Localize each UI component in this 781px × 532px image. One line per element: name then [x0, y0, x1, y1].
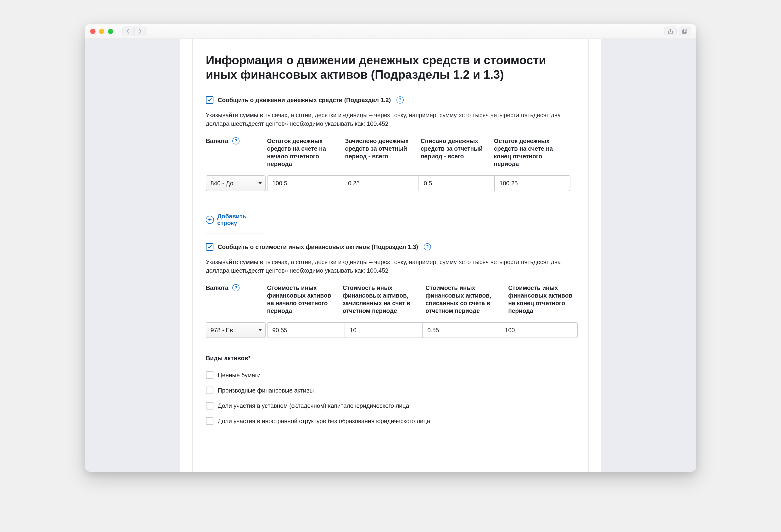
- nav-buttons: [122, 27, 146, 36]
- asset-checkbox-3[interactable]: [206, 417, 213, 425]
- page-title: Информация о движении денежных средств и…: [206, 53, 575, 82]
- check-icon: [207, 245, 212, 249]
- help-icon[interactable]: ?: [397, 96, 404, 103]
- assets-label: Виды активов*: [206, 355, 575, 362]
- section13-row: 978 - Ев… 90.55 10 0.55 100: [206, 322, 575, 338]
- section12-values: 100.5 0.25 0.5 100.25: [267, 175, 570, 191]
- currency-select-2[interactable]: 978 - Ев…: [206, 322, 265, 338]
- browser-window: Информация о движении денежных средств и…: [85, 24, 696, 472]
- col-assets-close: Стоимость иных финансовых активов на кон…: [508, 284, 578, 315]
- asset-row-2: Доли участия в уставном (складочном) кап…: [206, 398, 575, 413]
- asset-checkbox-1[interactable]: [206, 387, 213, 394]
- asset-row-1: Производные финансовые активы: [206, 383, 575, 398]
- window-controls: [90, 29, 113, 34]
- currency-select[interactable]: 840 - До…: [206, 175, 265, 191]
- assets-out-input[interactable]: 0.55: [422, 323, 500, 338]
- col-currency: Валюта ?: [206, 137, 265, 145]
- help-icon[interactable]: ?: [424, 243, 431, 251]
- section13-checkbox[interactable]: [206, 243, 213, 251]
- section13-hint: Указывайте суммы в тысячах, а сотни, дес…: [206, 258, 575, 275]
- browser-toolbar: [85, 24, 696, 39]
- asset-label-0: Ценные бумаги: [218, 372, 260, 379]
- col-assets-out: Стоимость иных финансовых активов, списа…: [425, 284, 507, 315]
- col-debited: Списано денежных средств за отчетный пер…: [421, 137, 492, 160]
- chevron-left-icon: [126, 29, 130, 34]
- svg-rect-2: [683, 30, 686, 34]
- debited-input[interactable]: 0.5: [418, 176, 494, 191]
- asset-row-3: Доли участия в иностранной структуре без…: [206, 413, 575, 429]
- chevron-right-icon: [138, 29, 142, 34]
- asset-checkbox-0[interactable]: [206, 371, 213, 379]
- open-balance-input[interactable]: 100.5: [268, 176, 343, 191]
- check-icon: [207, 98, 212, 102]
- help-icon[interactable]: ?: [232, 137, 240, 144]
- add-row-button[interactable]: Добавить строку: [206, 210, 264, 233]
- asset-label-2: Доли участия в уставном (складочном) кап…: [218, 402, 409, 409]
- back-button[interactable]: [122, 27, 134, 36]
- close-window-icon[interactable]: [90, 29, 95, 34]
- col-assets-open: Стоимость иных финансовых активов на нач…: [267, 284, 341, 315]
- chevron-down-icon: [258, 182, 262, 184]
- share-icon: [668, 29, 673, 34]
- share-button[interactable]: [664, 27, 677, 36]
- section12-header: Валюта ? Остаток денежных средств на сче…: [206, 137, 575, 168]
- col-currency-2: Валюта ?: [206, 284, 265, 292]
- section12-checkbox-label: Сообщить о движении денежных средств (По…: [218, 97, 391, 103]
- col-assets-in: Стоимость иных финансовых активов, зачис…: [343, 284, 424, 315]
- form-page: Информация о движении денежных средств и…: [180, 39, 601, 472]
- section12-row: 840 - До… 100.5 0.25 0.5 100.25: [206, 175, 575, 191]
- copy-icon: [682, 29, 688, 34]
- assets-close-input[interactable]: 100: [500, 323, 577, 338]
- currency-select-2-value: 978 - Ев…: [211, 327, 239, 334]
- section12-checkbox-row: Сообщить о движении денежных средств (По…: [206, 96, 575, 104]
- section13-checkbox-row: Сообщить о стоимости иных финансовых акт…: [206, 243, 575, 251]
- col-currency-label: Валюта: [206, 137, 229, 145]
- help-icon[interactable]: ?: [232, 284, 240, 291]
- section13-checkbox-label: Сообщить о стоимости иных финансовых акт…: [218, 243, 418, 251]
- asset-label-1: Производные финансовые активы: [218, 387, 314, 394]
- asset-checkbox-2[interactable]: [206, 402, 213, 409]
- assets-in-input[interactable]: 10: [344, 323, 422, 338]
- section12-checkbox[interactable]: [206, 96, 213, 104]
- col-credited: Зачислено денежных средств за отчетный п…: [345, 137, 419, 160]
- credited-input[interactable]: 0.25: [343, 176, 419, 191]
- minimize-window-icon[interactable]: [99, 29, 104, 34]
- col-close-balance: Остаток денежных средств на счете на кон…: [494, 137, 570, 168]
- tabs-button[interactable]: [679, 27, 691, 36]
- section12-hint: Указывайте суммы в тысячах, а сотни, дес…: [206, 111, 575, 128]
- toolbar-right: [664, 27, 691, 36]
- maximize-window-icon[interactable]: [108, 29, 113, 34]
- section13-header: Валюта ? Стоимость иных финансовых актив…: [206, 284, 575, 315]
- col-open-balance: Остаток денежных средств на счете на нач…: [267, 137, 343, 168]
- section13-values: 90.55 10 0.55 100: [267, 322, 578, 338]
- col-currency-2-label: Валюта: [206, 284, 229, 292]
- asset-label-3: Доли участия в иностранной структуре без…: [218, 418, 430, 425]
- chevron-down-icon: [258, 329, 262, 331]
- svg-rect-1: [684, 29, 687, 33]
- assets-open-input[interactable]: 90.55: [268, 323, 344, 338]
- browser-viewport: Информация о движении денежных средств и…: [85, 39, 696, 472]
- asset-row-0: Ценные бумаги: [206, 367, 575, 383]
- add-row-label: Добавить строку: [217, 213, 264, 226]
- close-balance-input[interactable]: 100.25: [494, 176, 570, 191]
- plus-icon: [206, 216, 214, 224]
- forward-button[interactable]: [134, 27, 146, 36]
- currency-select-value: 840 - До…: [211, 180, 239, 187]
